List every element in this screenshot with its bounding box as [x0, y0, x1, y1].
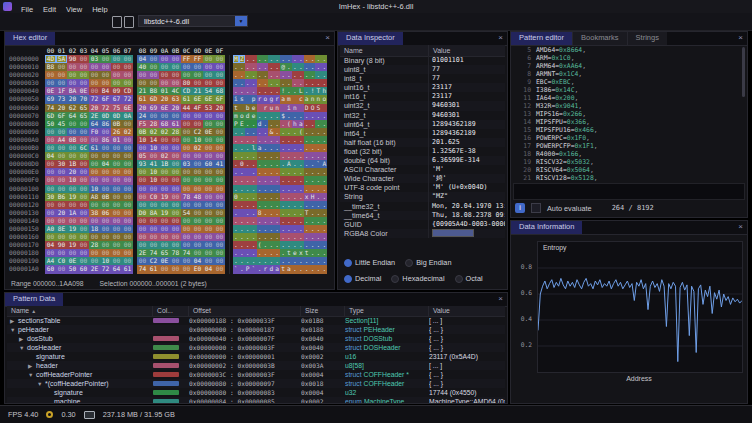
hex-byte[interactable]: 00: [148, 201, 159, 209]
hex-byte[interactable]: 00: [111, 209, 122, 217]
hex-byte[interactable]: 00: [56, 144, 67, 152]
hex-byte[interactable]: 2E: [89, 265, 100, 273]
hex-byte[interactable]: 00: [67, 152, 78, 160]
hex-byte[interactable]: 00: [203, 249, 214, 257]
pattern-data-row[interactable]: signature0x00000080 : 0x000000830x0004u3…: [7, 388, 505, 397]
hex-byte[interactable]: 00: [45, 71, 56, 79]
hex-byte[interactable]: 10: [148, 168, 159, 176]
hex-byte[interactable]: 00: [67, 233, 78, 241]
hex-byte[interactable]: 00: [159, 176, 170, 184]
hex-byte[interactable]: 6E: [159, 104, 170, 112]
hex-byte[interactable]: 20: [137, 104, 148, 112]
hex-byte[interactable]: 00: [78, 160, 89, 168]
hex-byte[interactable]: 00: [78, 168, 89, 176]
ascii-char[interactable]: .: [321, 152, 327, 160]
hex-byte[interactable]: 00: [78, 136, 89, 144]
hex-byte[interactable]: 04: [203, 265, 214, 273]
hex-byte[interactable]: 00: [100, 249, 111, 257]
hex-byte[interactable]: 19: [67, 225, 78, 233]
hex-byte[interactable]: 0E: [45, 87, 56, 95]
hex-byte[interactable]: 00: [214, 63, 225, 71]
hex-byte[interactable]: 00: [78, 55, 89, 63]
hex-byte[interactable]: 00: [203, 168, 214, 176]
hex-byte[interactable]: 00: [181, 265, 192, 273]
hex-byte[interactable]: 00: [122, 225, 133, 233]
radio-decimal[interactable]: Decimal: [344, 274, 381, 283]
hex-byte[interactable]: 00: [148, 55, 159, 63]
hex-byte[interactable]: 69: [148, 104, 159, 112]
hex-byte[interactable]: 00: [137, 201, 148, 209]
hex-byte[interactable]: C2: [192, 128, 203, 136]
hex-byte[interactable]: 00: [100, 233, 111, 241]
hex-byte[interactable]: 00: [192, 225, 203, 233]
hex-byte[interactable]: 00: [45, 136, 56, 144]
hex-byte[interactable]: 00: [170, 176, 181, 184]
hex-byte[interactable]: 60: [203, 160, 214, 168]
hex-byte[interactable]: 64: [67, 112, 78, 120]
hex-byte[interactable]: 86: [100, 136, 111, 144]
hex-byte[interactable]: 61: [148, 265, 159, 273]
hex-byte[interactable]: 00: [89, 257, 100, 265]
hex-byte[interactable]: 68: [159, 120, 170, 128]
ascii-char[interactable]: .: [321, 144, 327, 152]
hex-byte[interactable]: 61: [89, 144, 100, 152]
ascii-char[interactable]: .: [321, 79, 327, 87]
hex-byte[interactable]: 6E: [203, 95, 214, 103]
hex-byte[interactable]: C2: [148, 257, 159, 265]
hex-byte[interactable]: 00: [203, 112, 214, 120]
hex-byte[interactable]: 00: [170, 160, 181, 168]
hex-byte[interactable]: 00: [56, 168, 67, 176]
hex-byte[interactable]: 02: [159, 152, 170, 160]
open-file-icon[interactable]: [112, 16, 122, 28]
hex-byte[interactable]: 00: [214, 168, 225, 176]
hex-byte[interactable]: 00: [78, 79, 89, 87]
hex-byte[interactable]: 00: [45, 249, 56, 257]
hex-byte[interactable]: 63: [170, 95, 181, 103]
hex-byte[interactable]: 02: [148, 128, 159, 136]
hex-byte[interactable]: 00: [214, 265, 225, 273]
ascii-char[interactable]: .: [321, 185, 327, 193]
hex-byte[interactable]: 00: [67, 63, 78, 71]
hex-byte[interactable]: 0B: [111, 120, 122, 128]
hex-byte[interactable]: 00: [78, 120, 89, 128]
hex-byte[interactable]: 78: [170, 249, 181, 257]
hex-byte[interactable]: 00: [45, 185, 56, 193]
ascii-char[interactable]: .: [321, 217, 327, 225]
hex-byte[interactable]: 00: [111, 55, 122, 63]
hex-byte[interactable]: 72: [100, 265, 111, 273]
hex-byte[interactable]: 00: [111, 241, 122, 249]
hex-byte[interactable]: CD: [181, 87, 192, 95]
hex-byte[interactable]: 78: [181, 193, 192, 201]
hex-byte[interactable]: 00: [89, 152, 100, 160]
hex-byte[interactable]: 00: [170, 55, 181, 63]
hex-byte[interactable]: 00: [56, 217, 67, 225]
hex-byte[interactable]: 26: [111, 128, 122, 136]
hex-byte[interactable]: D0: [137, 209, 148, 217]
inspector-row[interactable]: String"MZ": [340, 192, 505, 201]
hex-byte[interactable]: 8E: [56, 225, 67, 233]
hex-byte[interactable]: 00: [137, 257, 148, 265]
hex-byte[interactable]: 00: [78, 225, 89, 233]
hex-byte[interactable]: 41: [148, 160, 159, 168]
hex-byte[interactable]: 00: [100, 144, 111, 152]
hex-byte[interactable]: B6: [56, 193, 67, 201]
hex-byte[interactable]: 0E: [78, 87, 89, 95]
hex-byte[interactable]: 00: [45, 128, 56, 136]
inspector-row[interactable]: half float (16 bit)201.625: [340, 138, 505, 147]
pattern-data-row[interactable]: ▼dosHeader0x00000000 : 0x0000003F0x0040s…: [7, 343, 505, 352]
hex-byte[interactable]: 00: [111, 201, 122, 209]
hex-byte[interactable]: 19: [159, 193, 170, 201]
collapse-icon[interactable]: ▼: [37, 380, 45, 388]
hex-byte[interactable]: 6F: [100, 95, 111, 103]
hex-byte[interactable]: 00: [122, 257, 133, 265]
hex-byte[interactable]: 00: [170, 265, 181, 273]
hex-byte[interactable]: 00: [181, 136, 192, 144]
ascii-char[interactable]: .: [321, 112, 327, 120]
hex-byte[interactable]: 00: [78, 233, 89, 241]
hex-byte[interactable]: 20: [170, 104, 181, 112]
collapse-icon[interactable]: ▼: [28, 371, 36, 379]
hex-byte[interactable]: 30: [56, 160, 67, 168]
hex-byte[interactable]: 00: [214, 257, 225, 265]
hex-byte[interactable]: 18: [89, 225, 100, 233]
hex-byte[interactable]: 00: [159, 79, 170, 87]
